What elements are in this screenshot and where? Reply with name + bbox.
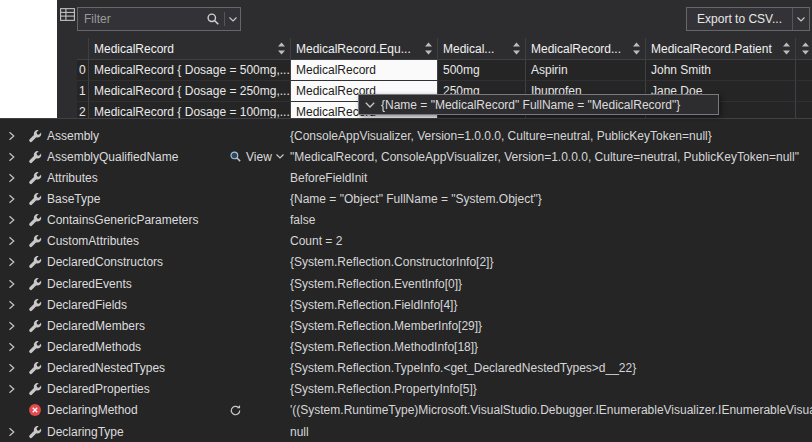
property-value: {System.Reflection.FieldInfo[4]} [290,298,812,312]
property-value: {System.Reflection.TypeInfo.<get_Declare… [290,361,812,375]
property-value: {System.Reflection.EventInfo[0]} [290,277,812,291]
search-icon[interactable] [202,8,224,30]
table-cell-selected[interactable]: MedicalRecord [291,60,438,81]
expand-chevron-icon[interactable] [7,279,16,289]
property-value: Count = 2 [290,234,812,248]
datatip-header[interactable]: {Name = "MedicalRecord" FullName = "Medi… [358,94,719,115]
column-header-patient[interactable]: MedicalRecord.Patient [646,38,796,59]
column-header-equals[interactable]: MedicalRecord.Equ... [291,38,438,59]
property-name: DeclaredFields [47,298,127,312]
property-value: {System.Reflection.MethodInfo[18]} [290,340,812,354]
property-name: DeclaredNestedTypes [47,361,165,375]
table-cell[interactable]: 500mg [438,60,526,81]
expand-chevron-icon[interactable] [7,131,16,141]
property-name: Attributes [47,171,98,185]
chevron-down-icon[interactable] [365,102,375,108]
column-header-overflow[interactable] [796,38,812,59]
column-label: MedicalRecord.Equ... [296,42,411,56]
property-name: Assembly [47,129,99,143]
property-value: {ConsoleAppVisualizer, Version=1.0.0.0, … [290,129,812,143]
property-wrench-icon [28,192,42,206]
expand-chevron-icon[interactable] [7,321,16,331]
visualizer-toolbar: Export to CSV... [57,0,812,38]
magnifier-icon [229,150,242,163]
property-value: {System.Reflection.ConstructorInfo[2]} [290,255,812,269]
property-value: false [290,213,812,227]
property-wrench-icon [28,150,42,164]
view-string-button[interactable]: View [229,150,284,164]
table-cell[interactable] [796,81,812,102]
filter-input[interactable] [78,12,202,26]
sort-icon [277,42,286,55]
column-label: MedicalRecord [94,42,174,56]
expand-chevron-icon[interactable] [7,152,16,162]
error-icon [28,403,42,417]
property-wrench-icon [28,319,42,333]
property-wrench-icon [28,425,42,439]
export-dropdown-button[interactable] [793,8,809,30]
table-cell[interactable]: MedicalRecord { Dosage = 500mg,... [89,60,291,81]
expand-chevron-icon[interactable] [7,342,16,352]
column-header-index[interactable] [77,38,89,59]
expand-chevron-icon[interactable] [7,363,16,373]
export-csv-button[interactable]: Export to CSV... [687,8,792,30]
export-button-group: Export to CSV... [686,7,810,31]
column-header-medication[interactable]: MedicalRecord... [526,38,646,59]
property-wrench-icon [28,361,42,375]
property-row: CustomAttributes Count = 2 [0,231,812,252]
property-wrench-icon [28,255,42,269]
expand-chevron-icon[interactable] [7,427,16,437]
table-cell[interactable]: Aspirin [526,60,646,81]
expand-chevron-icon[interactable] [7,194,16,204]
property-wrench-icon [28,340,42,354]
property-wrench-icon [28,382,42,396]
property-row: BaseType {Name = "Object" FullName = "Sy… [0,188,812,209]
expand-chevron-icon[interactable] [7,236,16,246]
property-name: BaseType [47,192,100,206]
property-row: DeclaredFields {System.Reflection.FieldI… [0,294,812,315]
property-row-error: DeclaringMethod '((System.RuntimeType)Mi… [0,400,812,421]
property-value: {System.Reflection.MemberInfo[29]} [290,319,812,333]
property-value: {Name = "Object" FullName = "System.Obje… [290,192,812,206]
table-cell[interactable]: John Smith [646,60,796,81]
column-header-medicalrecord[interactable]: MedicalRecord [89,38,291,59]
property-row: DeclaredConstructors {System.Reflection.… [0,252,812,273]
expand-chevron-icon[interactable] [7,300,16,310]
datatip-title: {Name = "MedicalRecord" FullName = "Medi… [381,98,680,112]
property-value: {System.Reflection.PropertyInfo[5]} [290,382,812,396]
row-index-cell[interactable]: 1 [77,81,89,102]
property-row: DeclaredMethods {System.Reflection.Metho… [0,336,812,357]
datatip-property-list: Assembly {ConsoleAppVisualizer, Version=… [0,118,812,442]
filter-box [77,7,241,31]
sort-icon [632,42,641,55]
filter-dropdown-button[interactable] [225,8,240,30]
property-wrench-icon [28,129,42,143]
property-value: null [290,425,812,439]
property-row: Assembly {ConsoleAppVisualizer, Version=… [0,125,812,146]
refresh-icon[interactable] [229,404,242,417]
expand-chevron-icon[interactable] [7,215,16,225]
expand-chevron-icon[interactable] [7,173,16,183]
column-label: MedicalRecord... [531,42,621,56]
property-row: Attributes BeforeFieldInit [0,167,812,188]
property-name: DeclaringMethod [47,403,138,417]
property-name: CustomAttributes [47,234,139,248]
sort-icon [782,42,791,55]
column-label: MedicalRecord.Patient [651,42,772,56]
row-index-cell[interactable]: 0 [77,60,89,81]
property-wrench-icon [28,171,42,185]
sort-icon [801,42,810,55]
property-value: '((System.RuntimeType)Microsoft.VisualSt… [290,403,812,417]
property-row: AssemblyQualifiedName View "MedicalRecor… [0,146,812,167]
property-row: DeclaringType null [0,421,812,442]
property-name: DeclaringType [47,425,124,439]
expand-chevron-icon[interactable] [7,257,16,267]
table-cell[interactable] [796,60,812,81]
table-row: 0 MedicalRecord { Dosage = 500mg,... Med… [77,60,812,81]
table-cell[interactable]: MedicalRecord { Dosage = 250mg,... [89,81,291,102]
property-name: DeclaredEvents [47,277,132,291]
property-wrench-icon [28,213,42,227]
property-wrench-icon [28,298,42,312]
expand-chevron-icon[interactable] [7,384,16,394]
column-header-dosage[interactable]: Medical... [438,38,526,59]
